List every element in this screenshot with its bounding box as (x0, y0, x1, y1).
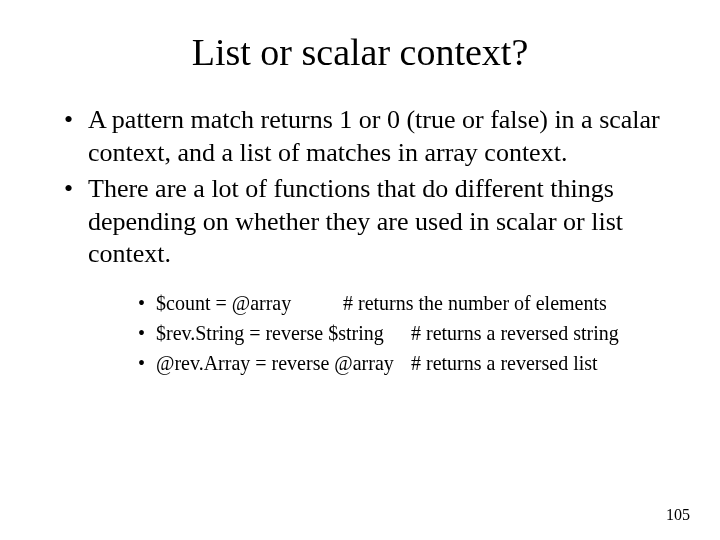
slide-title: List or scalar context? (40, 30, 680, 74)
comment-text: # returns a reversed list (411, 349, 598, 377)
sub-bullet-item: @rev.Array = reverse @array # returns a … (136, 349, 660, 377)
sub-bullet-item: $count = @array # returns the number of … (136, 289, 660, 317)
page-number: 105 (666, 506, 690, 524)
code-text: $count = @array (156, 289, 338, 317)
sub-bullet-list: $count = @array # returns the number of … (88, 289, 660, 377)
comment-text: # returns a reversed string (411, 319, 619, 347)
bullet-item: There are a lot of functions that do dif… (60, 173, 660, 377)
code-text: $rev.String = reverse $string (156, 319, 406, 347)
bullet-list: A pattern match returns 1 or 0 (true or … (40, 104, 680, 377)
sub-bullet-item: $rev.String = reverse $string # returns … (136, 319, 660, 347)
bullet-item: A pattern match returns 1 or 0 (true or … (60, 104, 660, 169)
comment-text: # returns the number of elements (343, 289, 607, 317)
slide: List or scalar context? A pattern match … (0, 0, 720, 540)
code-text: @rev.Array = reverse @array (156, 349, 406, 377)
bullet-text: There are a lot of functions that do dif… (88, 174, 623, 268)
